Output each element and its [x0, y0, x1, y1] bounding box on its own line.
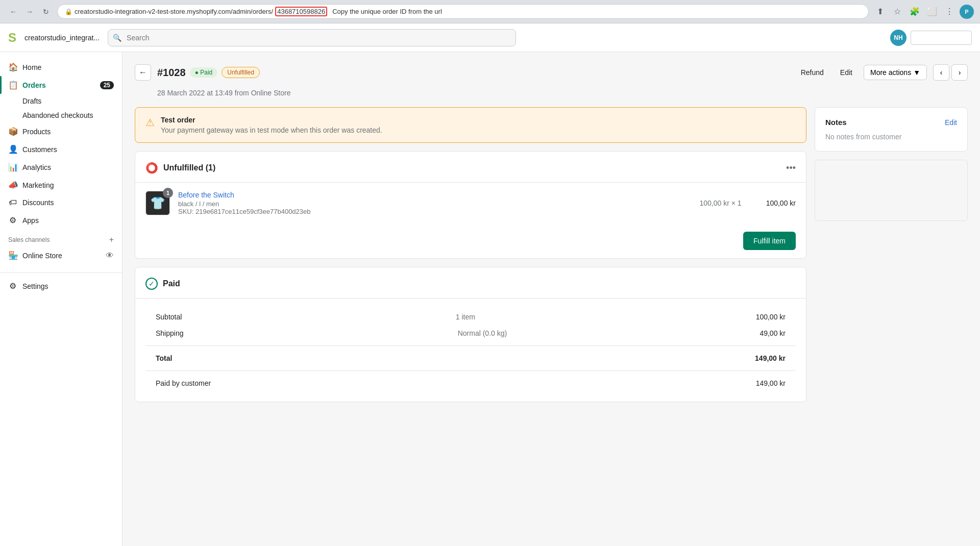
product-total: 100,00 kr [766, 199, 796, 207]
content-main: ⚠ Test order Your payment gateway was in… [135, 107, 806, 410]
orders-badge: 25 [100, 81, 114, 89]
fulfill-item-button[interactable]: Fulfill item [743, 232, 796, 250]
total-value: 149,00 kr [755, 354, 786, 362]
online-store-eye-icon[interactable]: 👁 [106, 251, 114, 260]
notes-empty-box [815, 160, 968, 221]
page-header-actions: Refund Edit More actions ▼ ‹ › [796, 64, 968, 81]
next-order-button[interactable]: › [951, 64, 968, 81]
sidebar-item-orders[interactable]: 📋 Orders 25 [0, 76, 122, 94]
product-link[interactable]: Before the Switch [178, 191, 234, 199]
sidebar-item-online-store[interactable]: 🏪 Online Store 👁 [0, 246, 122, 264]
sidebar-label-discounts: Discounts [22, 198, 54, 207]
sales-channels-section: Sales channels + [0, 229, 122, 246]
payment-details: Subtotal 1 item 100,00 kr Shipping Norma… [135, 299, 806, 402]
paid-by-label: Paid by customer [156, 379, 456, 387]
order-date: 28 March 2022 at 13:49 from Online Store [157, 89, 968, 97]
payment-divider [145, 345, 796, 346]
warning-banner: ⚠ Test order Your payment gateway was in… [135, 107, 806, 143]
share-button[interactable]: ⬆ [873, 5, 887, 19]
more-options-button[interactable]: ••• [786, 163, 796, 173]
sidebar-label-marketing: Marketing [22, 181, 54, 189]
subtotal-label: Subtotal [156, 313, 456, 321]
payment-divider-2 [145, 370, 796, 371]
add-sales-channel-button[interactable]: + [109, 235, 114, 244]
settings-icon: ⚙ [8, 281, 17, 291]
topbar-input-box[interactable] [911, 31, 972, 45]
sidebar-label-products: Products [22, 128, 51, 136]
shopify-logo: S [8, 31, 16, 45]
fulfill-btn-row: Fulfill item [135, 224, 806, 258]
product-row: 👕 1 Before the Switch black / l / men SK… [135, 183, 806, 224]
sidebar-label-customers: Customers [22, 145, 57, 154]
more-actions-button[interactable]: More actions ▼ [864, 65, 927, 80]
sidebar-label-settings: Settings [22, 282, 48, 290]
paid-badge-dot: ● [195, 69, 199, 76]
forward-button[interactable]: → [22, 5, 37, 19]
chrome-profile-avatar[interactable]: P [960, 5, 974, 19]
tab-button[interactable]: ⬜ [925, 5, 939, 19]
notes-empty-text: No notes from customer [825, 133, 957, 141]
unfulfilled-icon: ⭕ [145, 162, 158, 174]
url-prefix: creatorstudio-integration-v2-test-store.… [75, 8, 273, 15]
warning-content: Test order Your payment gateway was in t… [161, 116, 382, 134]
user-avatar[interactable]: NH [890, 30, 906, 46]
sidebar-item-abandoned[interactable]: Abandoned checkouts [0, 108, 122, 122]
shipping-label: Shipping [156, 329, 458, 337]
bookmark-button[interactable]: ☆ [890, 5, 904, 19]
shopify-topbar: S creatorstudio_integrat... 🔍 NH [0, 23, 980, 52]
sidebar-item-marketing[interactable]: 📣 Marketing [0, 176, 122, 194]
sidebar-item-drafts[interactable]: Drafts [0, 94, 122, 108]
edit-button[interactable]: Edit [835, 65, 857, 80]
order-title: #1028 ● Paid Unfulfilled [157, 67, 260, 79]
refresh-button[interactable]: ↻ [39, 5, 53, 19]
sidebar-item-products[interactable]: 📦 Products [0, 122, 122, 140]
browser-nav-buttons: ← → ↻ [6, 5, 53, 19]
paid-by-value: 149,00 kr [756, 379, 786, 387]
orders-icon: 📋 [8, 80, 17, 90]
sidebar-item-customers[interactable]: 👤 Customers [0, 140, 122, 158]
shipping-desc: Normal (0.0 kg) [458, 329, 760, 337]
topbar-right: NH [890, 30, 972, 46]
product-sku: SKU: 219e6817ce11ce59cf3ee77b400d23eb [178, 208, 692, 215]
sidebar-item-apps[interactable]: ⚙ Apps [0, 211, 122, 229]
content-columns: ⚠ Test order Your payment gateway was in… [135, 107, 968, 410]
sidebar-item-discounts[interactable]: 🏷 Discounts [0, 194, 122, 211]
paid-by-row: Paid by customer 149,00 kr [145, 375, 796, 391]
sidebar-label-online-store: Online Store [22, 252, 62, 260]
prev-order-button[interactable]: ‹ [933, 64, 949, 81]
nav-arrows: ‹ › [933, 64, 968, 81]
unfulfilled-badge: Unfulfilled [222, 67, 260, 78]
product-info: Before the Switch black / l / men SKU: 2… [178, 191, 692, 215]
sidebar-item-settings[interactable]: ⚙ Settings [0, 277, 122, 295]
warning-icon: ⚠ [145, 116, 155, 129]
search-input[interactable] [108, 29, 516, 46]
chrome-menu-button[interactable]: ⋮ [942, 5, 957, 19]
marketing-icon: 📣 [8, 180, 17, 190]
back-button[interactable]: ← [6, 5, 20, 19]
warning-title: Test order [161, 116, 382, 124]
refund-button[interactable]: Refund [796, 65, 829, 80]
notes-edit-button[interactable]: Edit [945, 118, 957, 127]
paid-title: Paid [163, 279, 180, 288]
order-id-highlight: 4368710598826 [275, 7, 327, 16]
product-price: 100,00 kr × 1 [700, 199, 742, 207]
search-bar: 🔍 [108, 29, 516, 46]
total-label: Total [156, 354, 455, 362]
back-to-orders-button[interactable]: ← [135, 64, 151, 81]
search-icon: 🔍 [113, 34, 121, 42]
notes-title: Notes [825, 118, 847, 127]
warning-message: Your payment gateway was in test mode wh… [161, 126, 382, 134]
sidebar-label-apps: Apps [22, 216, 39, 225]
extension-button[interactable]: 🧩 [908, 5, 922, 19]
payment-card: ✓ Paid Subtotal 1 item 100,00 kr Shippin… [135, 267, 806, 402]
paid-checkmark-icon: ✓ [145, 278, 158, 290]
notes-card: Notes Edit No notes from customer [815, 107, 968, 152]
address-bar[interactable]: 🔒 creatorstudio-integration-v2-test-stor… [57, 4, 869, 19]
sales-channels-label: Sales channels [8, 236, 50, 243]
copy-hint: Copy the unique order ID from the url [332, 8, 442, 15]
sidebar-label-analytics: Analytics [22, 163, 51, 171]
sidebar-item-analytics[interactable]: 📊 Analytics [0, 158, 122, 176]
sidebar-label-home: Home [22, 63, 41, 71]
sidebar-item-home[interactable]: 🏠 Home [0, 58, 122, 76]
total-row: Total 149,00 kr [145, 350, 796, 366]
